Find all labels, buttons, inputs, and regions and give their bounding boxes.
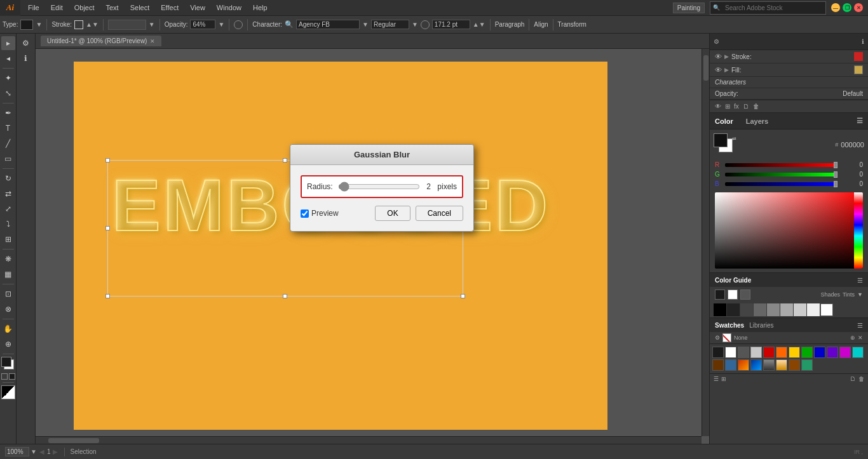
visibility-toggle[interactable]: 👁 xyxy=(715,103,721,110)
tool-line[interactable]: ╱ xyxy=(1,136,15,150)
handle-tl[interactable] xyxy=(105,158,110,163)
tool-lasso[interactable]: ⤡ xyxy=(1,86,15,100)
libraries-tab[interactable]: Libraries xyxy=(749,322,773,329)
tool-slice[interactable]: ⊗ xyxy=(1,302,15,316)
swatch-green[interactable] xyxy=(801,347,813,358)
vertical-scrollbar[interactable] xyxy=(702,49,709,436)
guide-current[interactable] xyxy=(715,289,725,300)
type-color-arrow[interactable]: ▼ xyxy=(36,21,42,28)
swatch-gray2[interactable] xyxy=(750,347,762,358)
h-scroll-thumb[interactable] xyxy=(48,438,99,443)
fill-expand[interactable]: ▶ xyxy=(724,67,729,73)
swatch-new[interactable]: 🗋 xyxy=(850,376,856,382)
swatch-purple[interactable] xyxy=(827,347,838,358)
none-swatch[interactable] xyxy=(722,333,731,342)
shade-1[interactable] xyxy=(714,303,726,316)
layer-icon[interactable]: ⊞ xyxy=(725,103,730,110)
tab-close-button[interactable]: ✕ xyxy=(150,38,155,44)
handle-bl[interactable] xyxy=(105,294,110,298)
stroke-visibility[interactable]: 👁 xyxy=(715,53,722,60)
swatch-grid-view[interactable]: ⊞ xyxy=(721,376,726,382)
swatch-steel[interactable] xyxy=(725,359,736,371)
tool-scale[interactable]: ⤢ xyxy=(1,202,15,216)
stroke-swatch[interactable] xyxy=(854,52,863,61)
style-arrow[interactable]: ▼ xyxy=(412,21,418,28)
v-scroll-thumb[interactable] xyxy=(703,55,709,81)
ok-button[interactable]: OK xyxy=(375,206,410,221)
font-arrow[interactable]: ▼ xyxy=(362,21,369,28)
tool-hand[interactable]: ✋ xyxy=(1,322,15,336)
menu-window[interactable]: Window xyxy=(212,2,247,13)
search-input[interactable] xyxy=(721,3,823,13)
color-panel-menu[interactable]: ☰ xyxy=(857,117,863,125)
handle-bm[interactable] xyxy=(283,294,287,298)
align-label[interactable]: Align xyxy=(534,21,548,28)
fill-swatch[interactable] xyxy=(854,65,863,74)
opacity-arrow[interactable]: ▼ xyxy=(218,21,224,28)
new-item[interactable]: 🗋 xyxy=(743,103,749,110)
radius-slider[interactable] xyxy=(338,182,420,192)
shade-9[interactable] xyxy=(820,303,833,316)
guide-gray[interactable] xyxy=(740,289,750,300)
swatch-grad1[interactable] xyxy=(738,359,749,371)
shade-2[interactable] xyxy=(727,303,740,316)
info-icon[interactable]: ℹ xyxy=(862,38,864,45)
shade-5[interactable] xyxy=(767,303,780,316)
size-arrow[interactable]: ▲▼ xyxy=(473,21,485,28)
menu-edit[interactable]: Edit xyxy=(46,2,68,13)
tab-document[interactable]: Untitled-1* @ 100% (RGB/Preview) ✕ xyxy=(41,36,161,46)
tool-pen[interactable]: ✒ xyxy=(1,106,15,120)
fill-color[interactable] xyxy=(1,357,15,371)
swatch-teal[interactable] xyxy=(801,359,813,371)
zoom-input[interactable] xyxy=(5,447,29,456)
close-button[interactable]: ✕ xyxy=(854,3,863,12)
fg-swatch[interactable] xyxy=(714,133,728,147)
tool-magic[interactable]: ✦ xyxy=(1,71,15,85)
color-picker-gradient[interactable] xyxy=(715,192,863,269)
opacity-input[interactable] xyxy=(190,20,215,29)
horizontal-scrollbar[interactable] xyxy=(36,436,702,444)
char-search-icon[interactable]: 🔍 xyxy=(285,20,294,29)
tool-rect[interactable]: ▭ xyxy=(1,152,15,166)
shade-6[interactable] xyxy=(780,303,793,316)
preview-checkbox-label[interactable]: Preview xyxy=(301,209,339,218)
swatch-darkbrown[interactable] xyxy=(789,359,800,371)
g-slider[interactable] xyxy=(725,173,835,176)
stroke-swatch[interactable] xyxy=(74,20,83,29)
swatches-del[interactable]: ✕ xyxy=(858,335,863,341)
tool-free[interactable]: ⊞ xyxy=(1,232,15,246)
swatches-menu[interactable]: ☰ xyxy=(857,322,863,329)
swatch-black[interactable] xyxy=(712,347,724,358)
swatch-gray1[interactable] xyxy=(738,347,749,358)
type-color[interactable] xyxy=(20,20,33,30)
menu-help[interactable]: Help xyxy=(248,2,273,13)
swatch-brown[interactable] xyxy=(712,359,724,371)
font-size-input[interactable] xyxy=(432,20,470,29)
tool-warp[interactable]: ⤵ xyxy=(1,217,15,231)
layers-tab[interactable]: Layers xyxy=(746,117,768,125)
fill-visibility[interactable]: 👁 xyxy=(715,66,722,74)
shade-4[interactable] xyxy=(754,303,766,316)
menu-text[interactable]: Text xyxy=(101,2,124,13)
shade-3[interactable] xyxy=(740,303,753,316)
hue-strip[interactable] xyxy=(854,192,863,269)
restore-button[interactable]: ❐ xyxy=(843,3,851,12)
r-slider[interactable] xyxy=(725,163,835,167)
swatch-orange[interactable] xyxy=(776,347,787,358)
menu-object[interactable]: Object xyxy=(69,2,100,13)
none-color[interactable] xyxy=(1,373,8,380)
tool-symbol[interactable]: ❋ xyxy=(1,252,15,266)
stroke-expand[interactable]: ▶ xyxy=(724,53,729,60)
workspace-dropdown[interactable]: Painting xyxy=(673,3,705,13)
g-thumb[interactable] xyxy=(834,171,837,178)
handle-br[interactable] xyxy=(461,294,465,298)
guide-white[interactable] xyxy=(728,289,738,300)
delete-item[interactable]: 🗑 xyxy=(753,103,759,110)
color-guide-menu[interactable]: ☰ xyxy=(857,277,863,284)
transform-label[interactable]: Transform xyxy=(558,21,587,28)
handle-tm[interactable] xyxy=(283,158,287,163)
paragraph-label[interactable]: Paragraph xyxy=(495,21,525,28)
swatch-grad3[interactable] xyxy=(763,359,775,371)
minimize-button[interactable]: — xyxy=(831,3,840,12)
swatch-delete[interactable]: 🗑 xyxy=(858,376,864,382)
